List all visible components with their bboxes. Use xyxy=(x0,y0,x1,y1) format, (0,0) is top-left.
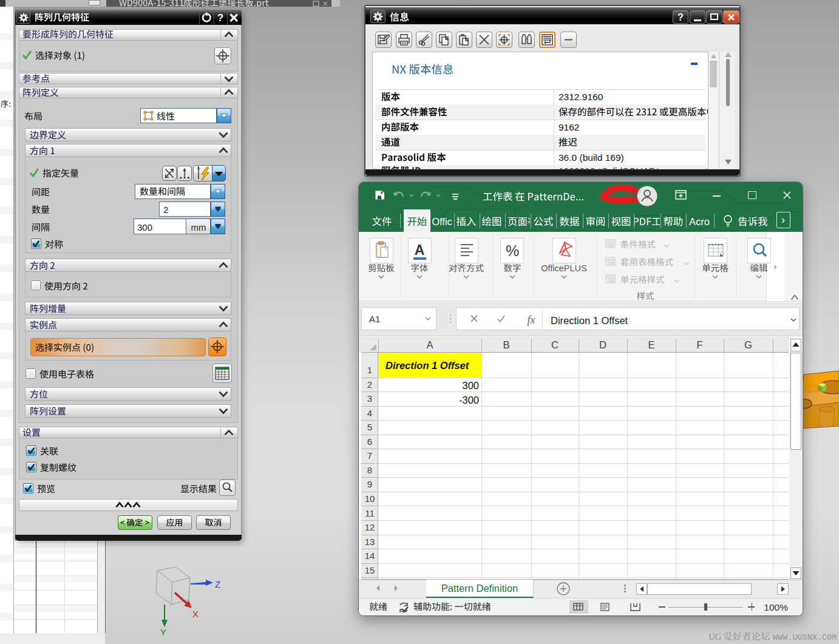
svg-text:9: 9 xyxy=(367,479,372,489)
svg-text:300: 300 xyxy=(137,222,152,232)
svg-text:C: C xyxy=(551,339,559,350)
svg-text:%: % xyxy=(506,242,519,259)
svg-text:A: A xyxy=(415,242,425,258)
svg-text:2: 2 xyxy=(163,205,168,215)
svg-text:300: 300 xyxy=(462,380,479,391)
svg-text:8: 8 xyxy=(367,465,372,475)
svg-text:11: 11 xyxy=(365,508,375,518)
svg-text:-300: -300 xyxy=(459,395,479,405)
svg-text:F: F xyxy=(696,339,702,350)
svg-text:Pattern Definition: Pattern Definition xyxy=(441,583,518,594)
svg-text:3: 3 xyxy=(367,393,372,404)
svg-text:2312.9160: 2312.9160 xyxy=(559,92,603,102)
svg-text:36.0 (build 169): 36.0 (build 169) xyxy=(559,152,624,163)
svg-text:?: ? xyxy=(678,12,684,22)
svg-text:Offic: Offic xyxy=(432,216,452,227)
svg-text:WWW.UGSNX.COM: WWW.UGSNX.COM xyxy=(773,633,837,642)
svg-text:UG: UG xyxy=(708,632,722,642)
svg-text:mm: mm xyxy=(191,222,206,232)
svg-text:2: 2 xyxy=(367,379,372,390)
svg-text:9162: 9162 xyxy=(559,122,579,132)
svg-text:fx: fx xyxy=(528,314,535,326)
svg-text:1000010 *SolidSQUAD*: 1000010 *SolidSQUAD* xyxy=(559,166,659,176)
svg-text:12: 12 xyxy=(365,522,375,532)
svg-text:5: 5 xyxy=(367,422,372,432)
svg-text:›: › xyxy=(774,261,777,271)
svg-text:15: 15 xyxy=(365,565,375,575)
svg-text:A: A xyxy=(426,339,433,350)
svg-text:›: › xyxy=(781,214,785,226)
svg-text:?: ? xyxy=(217,12,223,24)
svg-text:G: G xyxy=(744,339,752,350)
svg-text:D: D xyxy=(599,339,606,350)
svg-text:B: B xyxy=(503,339,509,350)
svg-text:E: E xyxy=(648,339,654,350)
svg-text:Direction 1 Offset: Direction 1 Offset xyxy=(386,360,470,371)
svg-text:7: 7 xyxy=(367,450,372,461)
svg-text:10: 10 xyxy=(365,493,375,504)
svg-text:13: 13 xyxy=(365,537,375,547)
svg-text:A1: A1 xyxy=(369,314,380,324)
svg-text:6: 6 xyxy=(367,436,372,447)
svg-text:100%: 100% xyxy=(764,602,788,612)
svg-text:4: 4 xyxy=(367,408,372,418)
svg-text:Acro: Acro xyxy=(689,216,710,227)
svg-text:Direction 1 Offset: Direction 1 Offset xyxy=(551,315,628,326)
svg-text:1: 1 xyxy=(367,365,372,375)
svg-text:OfficePLUS: OfficePLUS xyxy=(541,263,587,273)
svg-text:14: 14 xyxy=(365,551,375,561)
